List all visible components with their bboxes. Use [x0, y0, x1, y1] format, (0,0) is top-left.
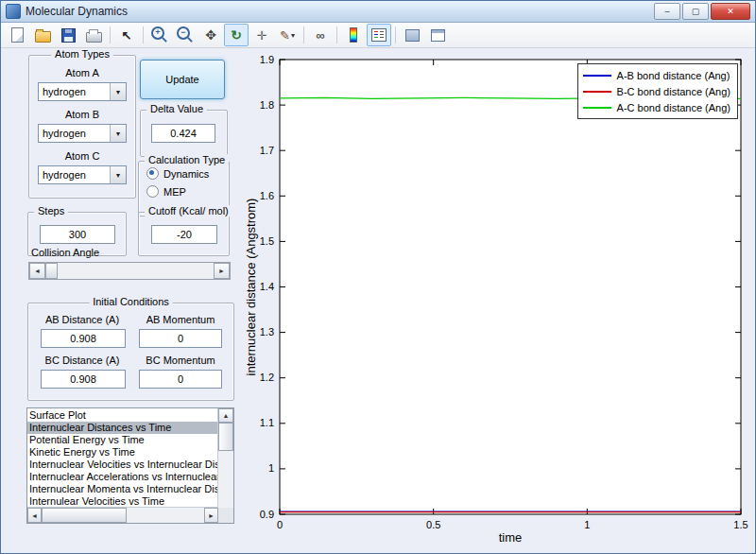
- bc-momentum-input[interactable]: [139, 370, 222, 389]
- vertical-scrollbar-thumb[interactable]: [218, 423, 233, 451]
- save-figure-button[interactable]: [56, 24, 80, 46]
- data-cursor-button[interactable]: ✛: [249, 24, 274, 46]
- scroll-up-icon[interactable]: ▲: [218, 408, 233, 423]
- atom-a-dropdown[interactable]: hydrogen ▼: [38, 82, 127, 101]
- brush-dropdown-caret-icon[interactable]: ▾: [291, 31, 295, 40]
- svg-text:1.8: 1.8: [260, 99, 274, 111]
- svg-text:1.7: 1.7: [260, 145, 274, 156]
- zoom-in-icon: [151, 26, 164, 40]
- rotate-3d-button[interactable]: ↻: [224, 24, 249, 46]
- new-figure-button[interactable]: [5, 24, 29, 46]
- brush-button[interactable]: ✎▾: [275, 24, 300, 46]
- plot-list-item[interactable]: Internuclear Velocities vs Internuclear …: [27, 459, 218, 471]
- bc-distance-input[interactable]: [41, 370, 126, 389]
- slider-left-arrow-icon[interactable]: ◄: [29, 263, 45, 279]
- list-horizontal-scrollbar[interactable]: ◄ ►: [27, 507, 218, 523]
- hide-plot-tools-button[interactable]: [400, 24, 424, 46]
- plot-list-item[interactable]: Potential Energy vs Time: [27, 434, 218, 446]
- plot-type-listbox: Surface PlotInternuclear Distances vs Ti…: [26, 407, 234, 524]
- legend-entry: B-C bond distance (Ang): [583, 83, 730, 99]
- atom-b-value: hydrogen: [39, 125, 110, 142]
- atom-a-label: Atom A: [29, 67, 135, 78]
- slider-right-arrow-icon[interactable]: ►: [214, 263, 230, 279]
- scroll-right-icon[interactable]: ►: [204, 508, 218, 523]
- toolbar-separator: [336, 26, 337, 43]
- dropdown-arrow-icon[interactable]: ▼: [110, 83, 126, 100]
- dropdown-arrow-icon[interactable]: ▼: [110, 125, 126, 142]
- insert-colorbar-button[interactable]: [341, 24, 366, 46]
- svg-text:1: 1: [584, 519, 590, 530]
- atom-c-field: Atom C hydrogen ▼: [29, 150, 135, 184]
- horizontal-scrollbar-thumb[interactable]: [42, 508, 127, 523]
- plot-legend[interactable]: A-B bond distance (Ang)B-C bond distance…: [577, 63, 738, 119]
- hide-plot-tools-icon: [405, 29, 420, 42]
- update-button[interactable]: Update: [140, 60, 225, 99]
- radio-label: Dynamics: [163, 168, 209, 180]
- link-plot-button[interactable]: ∞: [308, 24, 333, 46]
- atom-a-field: Atom A hydrogen ▼: [29, 67, 135, 101]
- steps-input[interactable]: [40, 225, 115, 244]
- collision-angle-slider[interactable]: ◄ ►: [28, 262, 231, 280]
- show-plot-tools-button[interactable]: [425, 24, 450, 46]
- maximize-button[interactable]: ▢: [682, 3, 709, 20]
- plot-list-item[interactable]: Internuclear Accelerations vs Internucle…: [27, 471, 218, 483]
- minimize-button[interactable]: –: [654, 3, 680, 20]
- dropdown-arrow-icon[interactable]: ▼: [110, 166, 126, 183]
- pan-icon: ✥: [205, 28, 216, 42]
- radio-mep[interactable]: MEP: [146, 185, 229, 198]
- close-button[interactable]: ✕: [711, 3, 750, 20]
- zoom-out-button[interactable]: [173, 24, 198, 46]
- open-file-icon: [35, 31, 51, 43]
- scrollbar-corner: [218, 508, 233, 523]
- edit-plot-button[interactable]: ↖: [114, 24, 139, 46]
- zoom-out-icon: [177, 26, 190, 40]
- svg-text:1.9: 1.9: [260, 54, 274, 65]
- legend-label: A-C bond distance (Ang): [617, 102, 730, 113]
- scroll-left-icon[interactable]: ◄: [27, 508, 42, 523]
- bc-distance-label: BC Distance (A): [34, 355, 130, 366]
- svg-text:1: 1: [268, 462, 274, 474]
- slider-thumb[interactable]: [45, 263, 58, 279]
- radio-dynamics[interactable]: Dynamics: [146, 167, 229, 180]
- plot-list-item[interactable]: Surface Plot: [27, 409, 218, 422]
- insert-legend-button[interactable]: [367, 24, 391, 46]
- svg-text:1.6: 1.6: [260, 190, 274, 201]
- plot-type-list: Surface PlotInternuclear Distances vs Ti…: [27, 409, 218, 508]
- ab-distance-label: AB Distance (A): [34, 314, 130, 325]
- plot-list-item[interactable]: Internuclear Momenta vs Internuclear Dis…: [27, 483, 218, 495]
- svg-text:0.5: 0.5: [426, 519, 440, 530]
- insert-colorbar-icon: [350, 27, 357, 43]
- title-bar[interactable]: Molecular Dynamics – ▢ ✕: [1, 1, 755, 23]
- horizontal-scrollbar-track[interactable]: [127, 508, 204, 523]
- atom-c-label: Atom C: [29, 150, 135, 162]
- plot-list-item[interactable]: Kinetic Energy vs Time: [27, 446, 218, 459]
- atom-b-field: Atom B hydrogen ▼: [29, 109, 135, 143]
- delta-value-panel: Delta Value: [140, 110, 228, 157]
- cutoff-input[interactable]: [151, 225, 217, 244]
- radio-button-icon[interactable]: [146, 167, 159, 180]
- legend-label: B-C bond distance (Ang): [617, 86, 730, 97]
- radio-button-icon[interactable]: [146, 185, 159, 198]
- slider-track[interactable]: [58, 263, 214, 279]
- atom-b-dropdown[interactable]: hydrogen ▼: [38, 124, 127, 143]
- ab-distance-input[interactable]: [41, 329, 126, 348]
- delta-value-input[interactable]: [151, 124, 215, 143]
- toolbar-separator: [303, 26, 304, 43]
- svg-text:1.4: 1.4: [260, 281, 274, 292]
- save-figure-icon: [61, 28, 76, 43]
- insert-legend-icon: [371, 28, 387, 42]
- open-file-button[interactable]: [30, 24, 55, 46]
- pan-button[interactable]: ✥: [198, 24, 223, 46]
- cutoff-panel: Cutoff (Kcal/ mol): [138, 212, 230, 256]
- print-figure-button[interactable]: [81, 24, 106, 46]
- svg-text:1.5: 1.5: [260, 235, 274, 247]
- zoom-in-button[interactable]: [147, 24, 172, 46]
- new-figure-icon: [11, 27, 24, 43]
- atom-c-dropdown[interactable]: hydrogen ▼: [38, 165, 127, 184]
- svg-text:1.2: 1.2: [260, 372, 274, 383]
- ab-momentum-input[interactable]: [139, 329, 222, 348]
- list-vertical-scrollbar[interactable]: ▲: [217, 408, 233, 508]
- plot-list-item[interactable]: Internuclear Distances vs Time: [27, 422, 218, 434]
- link-plot-icon: ∞: [316, 29, 324, 42]
- legend-label: A-B bond distance (Ang): [617, 70, 730, 81]
